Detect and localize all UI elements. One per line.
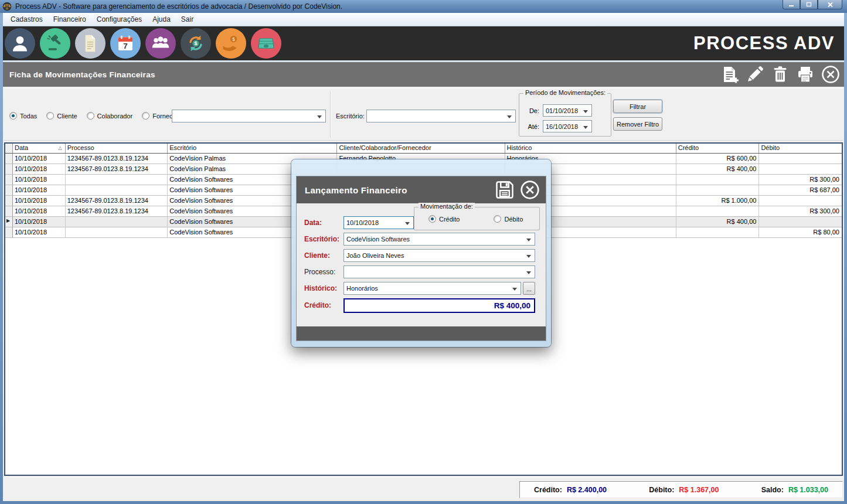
agenda-icon[interactable]: 7 <box>110 28 141 59</box>
delete-icon[interactable] <box>770 64 790 84</box>
dialog-title-bar[interactable]: Lançamento Financeiro <box>297 176 546 203</box>
table-cell-cred[interactable] <box>676 185 760 196</box>
table-cell-proc[interactable] <box>66 217 168 227</box>
row-indicator[interactable] <box>5 175 13 185</box>
escritorio-field-dropdown[interactable]: CodeVision Softwares <box>343 233 535 246</box>
row-indicator[interactable] <box>5 227 13 238</box>
radio-colaborador[interactable]: Colaborador <box>87 112 133 120</box>
minimize-button[interactable] <box>783 0 800 9</box>
table-cell-cred[interactable]: R$ 1.000,00 <box>676 196 760 206</box>
row-indicator[interactable] <box>5 154 13 164</box>
column-header-historico[interactable]: Histórico <box>505 144 676 153</box>
table-cell-data[interactable]: 10/10/2018 <box>13 164 66 175</box>
svg-text:7: 7 <box>123 42 128 50</box>
radio-credito[interactable]: Crédito <box>428 215 460 223</box>
radio-cliente[interactable]: Cliente <box>46 112 77 120</box>
documents-icon[interactable] <box>75 28 106 59</box>
historico-more-button[interactable]: ... <box>523 282 535 295</box>
filtrar-button[interactable]: Filtrar <box>613 100 662 113</box>
date-to-picker[interactable]: 16/10/2018 <box>543 120 592 132</box>
totals-panel: Crédito: R$ 2.400,00 Débito: R$ 1.367,00… <box>519 481 843 498</box>
title-bar[interactable]: Process ADV - Software para gerenciament… <box>0 0 847 13</box>
financial-cycle-icon[interactable]: $ <box>181 28 211 59</box>
lancamento-financeiro-dialog: Lançamento Financeiro <box>291 159 551 347</box>
data-dropdown[interactable]: 10/10/2018 <box>343 216 414 229</box>
collaborators-icon[interactable] <box>145 28 176 59</box>
table-cell-data[interactable]: 10/10/2018 <box>13 227 66 238</box>
table-cell-data[interactable]: 10/10/2018 <box>13 175 66 185</box>
table-cell-proc[interactable] <box>66 175 168 185</box>
entity-dropdown[interactable] <box>172 110 326 122</box>
row-indicator[interactable] <box>5 206 13 217</box>
table-cell-proc[interactable]: 1234567-89.0123.8.19.1234 <box>66 164 168 175</box>
table-cell-data[interactable]: 10/10/2018 <box>13 196 66 206</box>
edit-icon[interactable] <box>745 64 765 84</box>
table-cell-cred[interactable] <box>676 206 760 217</box>
row-indicator[interactable] <box>5 196 13 206</box>
table-cell-cred[interactable] <box>676 227 760 238</box>
radio-debito[interactable]: Débito <box>494 215 523 223</box>
maximize-button[interactable] <box>800 0 818 9</box>
table-cell-cred[interactable] <box>676 175 760 185</box>
table-cell-deb[interactable]: R$ 80,00 <box>759 227 842 238</box>
cliente-field-dropdown[interactable]: João Oliveira Neves <box>343 249 535 262</box>
table-cell-deb[interactable] <box>759 154 842 164</box>
print-icon[interactable] <box>795 64 815 84</box>
table-cell-deb[interactable]: R$ 300,00 <box>759 206 842 217</box>
menu-ajuda[interactable]: Ajuda <box>147 13 176 25</box>
processes-icon[interactable] <box>40 28 70 59</box>
status-bar: Crédito: R$ 2.400,00 Débito: R$ 1.367,00… <box>3 477 844 501</box>
close-window-button[interactable] <box>818 0 842 9</box>
menu-cadastros[interactable]: Cadastros <box>5 13 48 25</box>
table-cell-proc[interactable] <box>66 185 168 196</box>
table-cell-proc[interactable]: 1234567-89.0123.8.19.1234 <box>66 196 168 206</box>
table-cell-data[interactable]: 10/10/2018 <box>13 206 66 217</box>
table-cell-data[interactable]: 10/10/2018 <box>13 185 66 196</box>
table-cell-deb[interactable]: R$ 300,00 <box>759 175 842 185</box>
credito-value-input[interactable] <box>343 298 535 313</box>
data-field-label: Data: <box>304 216 342 229</box>
new-record-icon[interactable] <box>720 64 740 84</box>
row-indicator[interactable]: ▶ <box>5 217 13 227</box>
table-cell-deb[interactable] <box>759 164 842 175</box>
column-header-cliente[interactable]: Cliente/Colaborador/Fornecedor <box>337 144 505 153</box>
column-header-data[interactable]: Data△ <box>13 144 66 153</box>
table-cell-cred[interactable]: R$ 600,00 <box>676 154 760 164</box>
ate-label: Até: <box>525 123 539 130</box>
table-cell-data[interactable]: 10/10/2018 <box>13 154 66 164</box>
scales-of-justice-icon <box>2 2 12 11</box>
table-cell-proc[interactable]: 1234567-89.0123.8.19.1234 <box>66 154 168 164</box>
menu-sair[interactable]: Sair <box>176 13 199 25</box>
escritorio-dropdown[interactable] <box>366 110 516 122</box>
table-cell-data[interactable]: 10/10/2018 <box>13 217 66 227</box>
table-cell-deb[interactable]: R$ 687,00 <box>759 185 842 196</box>
menu-configuracoes[interactable]: Configurações <box>91 13 147 25</box>
table-cell-proc[interactable]: 1234567-89.0123.8.19.1234 <box>66 206 168 217</box>
row-indicator[interactable] <box>5 185 13 196</box>
total-saldo-value: R$ 1.033,00 <box>788 486 828 494</box>
remover-filtro-button[interactable]: Remover Filtro <box>613 117 662 131</box>
payments-icon[interactable]: $ <box>216 28 246 59</box>
close-icon[interactable] <box>821 64 841 84</box>
clients-icon[interactable] <box>5 28 35 59</box>
table-cell-cred[interactable]: R$ 400,00 <box>676 217 760 227</box>
radio-todas[interactable]: Todas <box>9 112 37 120</box>
table-cell-proc[interactable] <box>66 227 168 238</box>
date-from-picker[interactable]: 01/10/2018 <box>543 104 592 117</box>
historico-field-dropdown[interactable]: Honorários <box>343 282 521 295</box>
column-header-credito[interactable]: Crédito <box>676 144 760 153</box>
column-header-escritorio[interactable]: Escritório <box>168 144 337 153</box>
window-title: Process ADV - Software para gerenciament… <box>15 2 342 11</box>
processo-field-dropdown[interactable] <box>343 265 535 278</box>
column-header-debito[interactable]: Débito <box>759 144 842 153</box>
menu-financeiro[interactable]: Financeiro <box>48 13 91 25</box>
cash-icon[interactable] <box>251 28 281 59</box>
table-cell-deb[interactable] <box>759 217 842 227</box>
save-icon[interactable] <box>494 179 515 200</box>
column-header-processo[interactable]: Processo <box>66 144 168 153</box>
escritorio-filter-label: Escritório: <box>336 113 365 120</box>
row-indicator[interactable] <box>5 164 13 175</box>
dialog-close-icon[interactable] <box>519 179 540 200</box>
table-cell-cred[interactable]: R$ 400,00 <box>676 164 760 175</box>
table-cell-deb[interactable] <box>759 196 842 206</box>
